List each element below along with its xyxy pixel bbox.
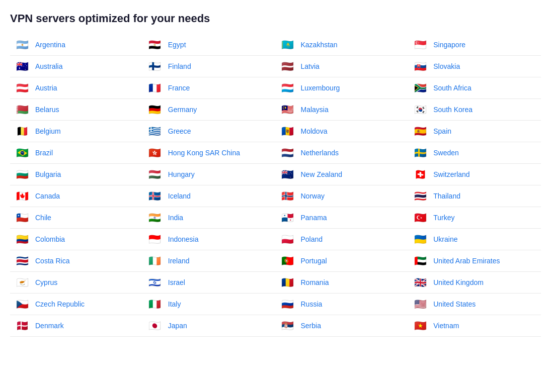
country-name[interactable]: Bulgaria — [35, 170, 61, 178]
country-item[interactable]: 🇨🇦Canada — [10, 185, 143, 207]
country-item[interactable]: 🇱🇻Latvia — [276, 56, 409, 77]
country-item[interactable]: 🇦🇪United Arab Emirates — [408, 250, 541, 272]
country-name[interactable]: Poland — [301, 235, 323, 243]
country-item[interactable]: 🇯🇵Japan — [143, 315, 276, 337]
country-item[interactable]: 🇺🇸United States — [408, 293, 541, 315]
country-name[interactable]: Spain — [433, 127, 451, 135]
country-name[interactable]: Greece — [168, 127, 191, 135]
country-item[interactable]: 🇬🇧United Kingdom — [408, 272, 541, 293]
country-name[interactable]: Norway — [301, 192, 325, 200]
country-item[interactable]: 🇷🇴Romania — [276, 272, 409, 293]
country-name[interactable]: Ukraine — [433, 235, 457, 243]
country-name[interactable]: United Kingdom — [433, 278, 484, 286]
country-name[interactable]: Moldova — [301, 127, 328, 135]
country-item[interactable]: 🇮🇳India — [143, 207, 276, 229]
country-name[interactable]: Iceland — [168, 192, 191, 200]
country-item[interactable]: 🇳🇴Norway — [276, 185, 409, 207]
country-item[interactable]: 🇮🇱Israel — [143, 272, 276, 293]
country-name[interactable]: Portugal — [301, 257, 327, 265]
country-name[interactable]: Malaysia — [301, 106, 329, 114]
country-name[interactable]: Austria — [35, 84, 57, 92]
country-item[interactable]: 🇸🇪Sweden — [408, 142, 541, 164]
country-name[interactable]: Hungary — [168, 170, 195, 178]
country-name[interactable]: Romania — [301, 278, 329, 286]
country-name[interactable]: South Korea — [433, 106, 473, 114]
country-item[interactable]: 🇩🇪Germany — [143, 99, 276, 121]
country-name[interactable]: Slovakia — [433, 62, 460, 70]
country-item[interactable]: 🇰🇿Kazakhstan — [276, 34, 409, 56]
country-name[interactable]: Indonesia — [168, 235, 199, 243]
country-name[interactable]: Switzerland — [433, 170, 469, 178]
country-item[interactable]: 🇦🇹Austria — [10, 77, 143, 99]
country-name[interactable]: Latvia — [301, 62, 320, 70]
country-name[interactable]: Vietnam — [433, 322, 459, 330]
country-name[interactable]: Japan — [168, 322, 187, 330]
country-item[interactable]: 🇿🇦South Africa — [408, 77, 541, 99]
country-item[interactable]: 🇨🇷Costa Rica — [10, 250, 143, 272]
country-name[interactable]: Egypt — [168, 41, 186, 49]
country-item[interactable]: 🇵🇹Portugal — [276, 250, 409, 272]
country-name[interactable]: Denmark — [35, 322, 64, 330]
country-name[interactable]: Brazil — [35, 149, 53, 157]
country-name[interactable]: Serbia — [301, 322, 321, 330]
country-item[interactable]: 🇲🇾Malaysia — [276, 99, 409, 121]
country-name[interactable]: Luxembourg — [301, 84, 340, 92]
country-item[interactable]: 🇷🇺Russia — [276, 293, 409, 315]
country-item[interactable]: 🇨🇭Switzerland — [408, 164, 541, 185]
country-item[interactable]: 🇱🇺Luxembourg — [276, 77, 409, 99]
country-name[interactable]: Russia — [301, 300, 323, 308]
country-item[interactable]: 🇪🇬Egypt — [143, 34, 276, 56]
country-item[interactable]: 🇵🇱Poland — [276, 229, 409, 250]
country-item[interactable]: 🇰🇷South Korea — [408, 99, 541, 121]
country-name[interactable]: Czech Republic — [35, 300, 85, 308]
country-item[interactable]: 🇹🇭Thailand — [408, 185, 541, 207]
country-item[interactable]: 🇭🇺Hungary — [143, 164, 276, 185]
country-name[interactable]: Canada — [35, 192, 60, 200]
country-name[interactable]: Turkey — [433, 214, 454, 222]
country-item[interactable]: 🇷🇸Serbia — [276, 315, 409, 337]
country-name[interactable]: France — [168, 84, 190, 92]
country-item[interactable]: 🇭🇰Hong Kong SAR China — [143, 142, 276, 164]
country-item[interactable]: 🇦🇺Australia — [10, 56, 143, 77]
country-item[interactable]: 🇻🇳Vietnam — [408, 315, 541, 337]
country-item[interactable]: 🇸🇬Singapore — [408, 34, 541, 56]
country-name[interactable]: Thailand — [433, 192, 460, 200]
country-name[interactable]: South Africa — [433, 84, 471, 92]
country-item[interactable]: 🇮🇹Italy — [143, 293, 276, 315]
country-name[interactable]: India — [168, 214, 183, 222]
country-name[interactable]: United States — [433, 300, 476, 308]
country-name[interactable]: New Zealand — [301, 170, 343, 178]
country-item[interactable]: 🇨🇴Colombia — [10, 229, 143, 250]
country-item[interactable]: 🇳🇿New Zealand — [276, 164, 409, 185]
country-item[interactable]: 🇫🇷France — [143, 77, 276, 99]
country-name[interactable]: Germany — [168, 106, 197, 114]
country-name[interactable]: Italy — [168, 300, 181, 308]
country-item[interactable]: 🇲🇩Moldova — [276, 121, 409, 142]
country-item[interactable]: 🇬🇷Greece — [143, 121, 276, 142]
country-name[interactable]: Chile — [35, 214, 51, 222]
country-item[interactable]: 🇸🇰Slovakia — [408, 56, 541, 77]
country-name[interactable]: Cyprus — [35, 278, 57, 286]
country-name[interactable]: Costa Rica — [35, 257, 69, 265]
country-name[interactable]: Australia — [35, 62, 62, 70]
country-item[interactable]: 🇫🇮Finland — [143, 56, 276, 77]
country-name[interactable]: Singapore — [433, 41, 465, 49]
country-name[interactable]: Ireland — [168, 257, 190, 265]
country-name[interactable]: Finland — [168, 62, 191, 70]
country-item[interactable]: 🇧🇪Belgium — [10, 121, 143, 142]
country-name[interactable]: United Arab Emirates — [433, 257, 500, 265]
country-name[interactable]: Netherlands — [301, 149, 339, 157]
country-item[interactable]: 🇧🇷Brazil — [10, 142, 143, 164]
country-name[interactable]: Belarus — [35, 106, 59, 114]
country-item[interactable]: 🇮🇩Indonesia — [143, 229, 276, 250]
country-item[interactable]: 🇨🇿Czech Republic — [10, 293, 143, 315]
country-name[interactable]: Kazakhstan — [301, 41, 338, 49]
country-item[interactable]: 🇵🇦Panama — [276, 207, 409, 229]
country-name[interactable]: Panama — [301, 214, 327, 222]
country-name[interactable]: Colombia — [35, 235, 65, 243]
country-item[interactable]: 🇧🇾Belarus — [10, 99, 143, 121]
country-name[interactable]: Argentina — [35, 41, 65, 49]
country-name[interactable]: Sweden — [433, 149, 459, 157]
country-item[interactable]: 🇳🇱Netherlands — [276, 142, 409, 164]
country-name[interactable]: Belgium — [35, 127, 61, 135]
